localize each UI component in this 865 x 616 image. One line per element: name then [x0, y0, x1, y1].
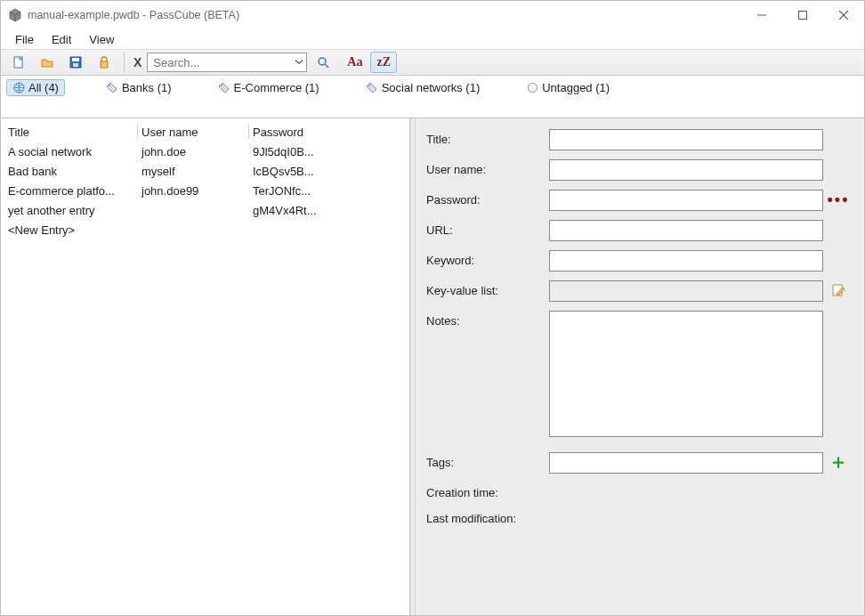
col-user[interactable]: User name — [141, 126, 248, 139]
toolbar: X Aa zZ — [1, 49, 864, 76]
mtime-label: Last modification: — [426, 508, 549, 525]
pencil-icon — [831, 283, 845, 297]
tag-label: All (4) — [28, 81, 59, 94]
title-field[interactable] — [549, 129, 823, 150]
tag-ecommerce[interactable]: E-Commerce (1) — [213, 79, 325, 96]
tag-all[interactable]: All (4) — [6, 79, 65, 96]
svg-point-17 — [528, 84, 537, 93]
svg-rect-3 — [799, 12, 807, 20]
table-header[interactable]: Title User name Password — [1, 122, 409, 142]
tag-icon — [366, 82, 378, 94]
svg-rect-8 — [72, 58, 79, 61]
username-field[interactable] — [549, 159, 823, 181]
menubar: File Edit View — [1, 29, 864, 49]
tags-label: Tags: — [426, 452, 549, 469]
main-area: Title User name Password A social networ… — [1, 118, 864, 615]
tag-label: Untagged (1) — [542, 81, 610, 94]
table-row-new[interactable]: <New Entry> — [1, 220, 409, 239]
svg-point-16 — [368, 85, 370, 86]
window-titlebar: manual-example.pwdb - PassCube (BETA) — [1, 1, 864, 29]
add-tag-button[interactable]: ＋ — [829, 452, 848, 472]
window-title: manual-example.pwdb - PassCube (BETA) — [28, 9, 239, 21]
svg-rect-10 — [101, 61, 108, 68]
globe-icon — [12, 82, 25, 94]
tag-social[interactable]: Social networks (1) — [360, 79, 486, 96]
col-title[interactable]: Title — [8, 126, 137, 139]
tag-icon — [218, 82, 230, 94]
dots-icon: ••• — [828, 195, 850, 204]
window-close-button[interactable] — [823, 1, 864, 29]
ctime-label: Creation time: — [426, 482, 549, 499]
tag-label: Social networks (1) — [382, 81, 481, 94]
svg-rect-9 — [73, 63, 78, 67]
tag-untagged[interactable]: Untagged (1) — [521, 79, 615, 96]
reveal-password-button[interactable]: ••• — [829, 190, 848, 209]
username-label: User name: — [426, 159, 549, 176]
notes-label: Notes: — [426, 311, 549, 328]
lock-button[interactable] — [92, 52, 117, 73]
save-button[interactable] — [63, 52, 88, 73]
clear-search-button[interactable]: X — [128, 55, 147, 69]
new-button[interactable] — [6, 52, 31, 73]
search-input[interactable] — [147, 53, 307, 72]
keyword-field[interactable] — [549, 250, 823, 272]
tags-field[interactable] — [549, 452, 823, 474]
tag-label: E-Commerce (1) — [234, 81, 319, 94]
plus-icon: ＋ — [829, 456, 848, 468]
col-pass[interactable]: Password — [253, 126, 402, 139]
keyword-label: Keyword: — [426, 250, 549, 267]
table-row[interactable]: Bad bank myself IcBQsv5B... — [1, 161, 409, 181]
entry-list-pane: Title User name Password A social networ… — [1, 118, 410, 615]
url-field[interactable] — [549, 220, 823, 241]
kvlist-field[interactable] — [549, 280, 823, 302]
table-row[interactable]: E-commerce platfo... john.doe99 TerJONfc… — [1, 181, 409, 200]
menu-view[interactable]: View — [82, 31, 121, 48]
table-row[interactable]: yet another entry gM4Vx4Rt... — [1, 200, 409, 220]
menu-file[interactable]: File — [8, 31, 41, 48]
app-icon — [8, 8, 22, 22]
circle-icon — [526, 82, 538, 94]
password-label: Password: — [426, 190, 549, 207]
tagbar: All (4) Banks (1) E-Commerce (1) Social … — [1, 76, 864, 118]
menu-edit[interactable]: Edit — [44, 31, 78, 48]
url-label: URL: — [426, 220, 549, 237]
window-maximize-button[interactable] — [782, 1, 823, 29]
tag-icon — [106, 82, 118, 94]
svg-line-12 — [325, 64, 328, 68]
edit-kvlist-button[interactable] — [829, 280, 848, 300]
svg-point-14 — [109, 85, 110, 86]
search-button[interactable] — [311, 52, 335, 73]
window-minimize-button[interactable] — [741, 1, 782, 29]
tag-label: Banks (1) — [122, 81, 172, 94]
password-field[interactable] — [549, 190, 823, 211]
open-button[interactable] — [35, 52, 60, 73]
case-sensitive-toggle[interactable]: Aa — [341, 52, 368, 73]
title-label: Title: — [426, 129, 549, 146]
detail-pane: Title: User name: Password: ••• URL: Key… — [416, 118, 864, 615]
svg-point-11 — [319, 58, 326, 65]
kvlist-label: Key-value list: — [426, 280, 549, 297]
notes-field[interactable] — [549, 311, 823, 437]
svg-point-15 — [221, 85, 222, 86]
tag-banks[interactable]: Banks (1) — [101, 79, 177, 96]
sort-toggle[interactable]: zZ — [370, 52, 397, 73]
table-row[interactable]: A social network john.doe 9Jl5dqI0B... — [1, 142, 409, 161]
